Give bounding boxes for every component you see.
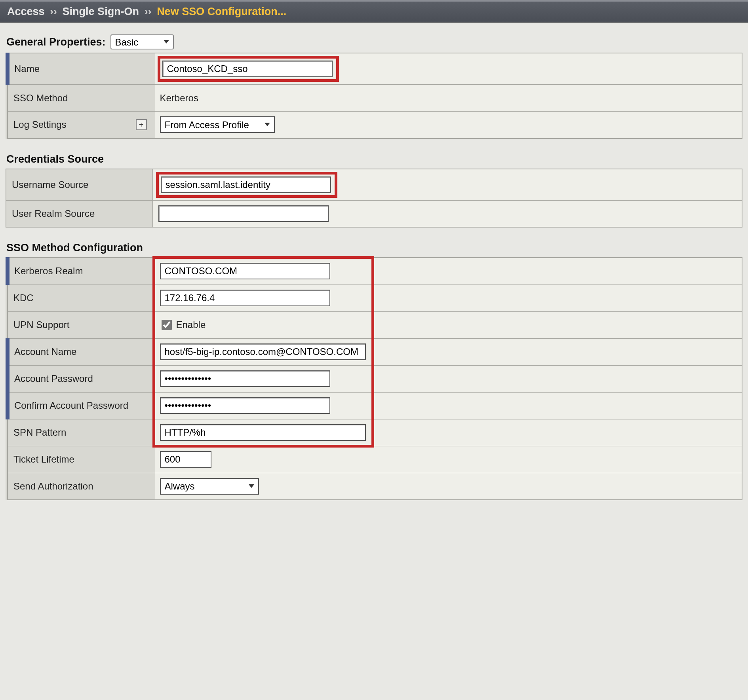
upn-support-checkbox-label: Enable	[176, 319, 206, 330]
add-log-setting-button[interactable]: +	[136, 119, 147, 130]
name-input[interactable]	[162, 61, 333, 77]
label-account-name: Account Name	[8, 338, 154, 365]
section-title-general: General Properties: Basic	[6, 34, 742, 49]
label-user-realm-source: User Realm Source	[6, 200, 152, 227]
user-realm-source-input[interactable]	[158, 205, 329, 222]
section-title-method: SSO Method Configuration	[6, 242, 742, 254]
label-upn-support: UPN Support	[8, 311, 154, 338]
label-kerberos-realm: Kerberos Realm	[8, 258, 154, 285]
label-ticket-lifetime: Ticket Lifetime	[8, 446, 154, 473]
confirm-account-password-input[interactable]	[160, 397, 330, 414]
label-log-settings: Log Settings +	[8, 112, 154, 138]
kdc-input[interactable]	[160, 290, 330, 306]
send-authorization-select[interactable]: Always	[160, 478, 259, 495]
label-username-source: Username Source	[6, 169, 152, 201]
label-account-password: Account Password	[8, 365, 154, 392]
breadcrumb-separator-icon: ››	[48, 6, 59, 17]
breadcrumb-current: New SSO Configuration...	[157, 6, 286, 17]
spn-pattern-input[interactable]	[160, 424, 366, 441]
label-spn-pattern: SPN Pattern	[8, 419, 154, 446]
label-kdc: KDC	[8, 285, 154, 311]
upn-support-checkbox[interactable]	[162, 320, 172, 330]
label-confirm-account-password: Confirm Account Password	[8, 392, 154, 419]
account-name-input[interactable]	[160, 343, 366, 360]
username-source-input[interactable]	[161, 176, 331, 193]
label-sso-method: SSO Method	[8, 85, 154, 112]
account-password-input[interactable]	[160, 370, 330, 387]
value-sso-method: Kerberos	[154, 85, 742, 112]
label-send-authorization: Send Authorization	[8, 473, 154, 500]
kerberos-realm-input[interactable]	[160, 263, 330, 279]
general-properties-table: Name SSO Method Kerberos Log Settings + …	[6, 53, 742, 139]
label-name: Name	[8, 53, 154, 85]
breadcrumb-separator-icon: ››	[142, 6, 154, 17]
sso-method-config-table: Kerberos Realm KDC UPN Support Enable	[6, 257, 742, 500]
section-title-credentials: Credentials Source	[6, 153, 742, 165]
ticket-lifetime-input[interactable]	[160, 451, 211, 468]
breadcrumb-level2[interactable]: Single Sign-On	[63, 6, 139, 17]
view-mode-select[interactable]: Basic	[110, 34, 174, 49]
breadcrumb: Access ›› Single Sign-On ›› New SSO Conf…	[0, 0, 748, 23]
credentials-source-table: Username Source User Realm Source	[6, 169, 742, 228]
breadcrumb-level1[interactable]: Access	[7, 6, 45, 17]
log-settings-select[interactable]: From Access Profile	[160, 116, 275, 133]
